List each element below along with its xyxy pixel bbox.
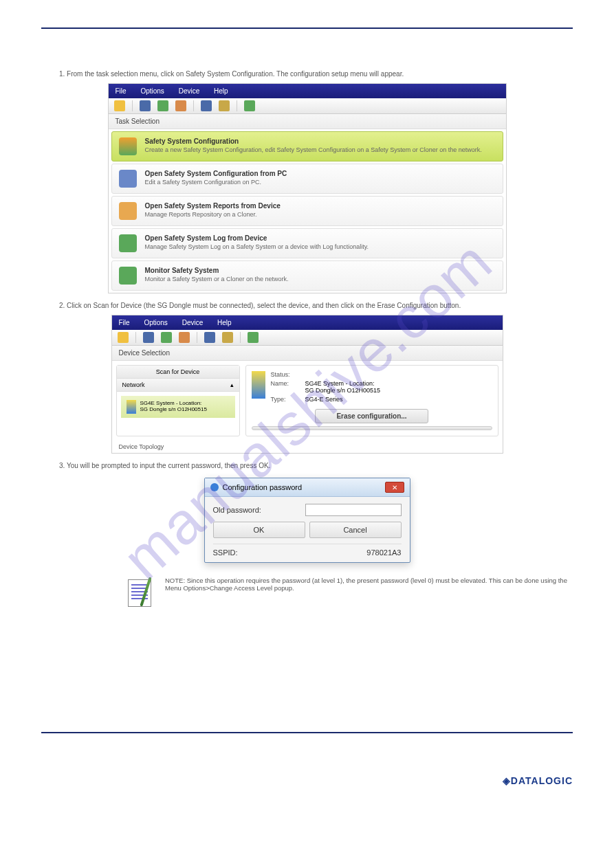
toolbar-icon-3[interactable] — [161, 332, 172, 343]
menu-file[interactable]: File — [116, 87, 127, 95]
toolbar-icon-1[interactable] — [114, 100, 125, 111]
network-header[interactable]: Network ▴ — [117, 379, 239, 392]
menu-options[interactable]: Options — [144, 319, 167, 326]
configuration-password-dialog: Configuration password ✕ Old password: O… — [204, 478, 410, 563]
step-3-text: 3. You will be prompted to input the cur… — [59, 462, 573, 469]
toolbar-icon-7[interactable] — [248, 332, 259, 343]
type-label: Type: — [271, 396, 305, 403]
menu-options[interactable]: Options — [140, 87, 164, 95]
device-list-item[interactable]: SG4E System - Location: SG Dongle s/n O1… — [121, 396, 235, 418]
task-selection-window: File Options Device Help Task Selection … — [108, 83, 507, 293]
erase-configuration-button[interactable]: Erase configuration... — [315, 409, 428, 423]
toolbar-icon-7[interactable] — [244, 100, 255, 111]
device-topology-label: Device Topology — [112, 441, 503, 453]
status-label: Status: — [271, 371, 305, 378]
toolbar-icon-4[interactable] — [179, 332, 190, 343]
toolbar-divider — [237, 100, 237, 111]
scan-column: Scan for Device Network ▴ SG4E System - … — [116, 365, 240, 436]
task-desc: Manage Reports Repository on a Cloner. — [145, 211, 281, 218]
task-title: Open Safety System Reports from Device — [145, 202, 281, 210]
toolbar-icon-5[interactable] — [204, 332, 215, 343]
toolbar-icon-6[interactable] — [222, 332, 233, 343]
old-password-input[interactable] — [305, 504, 402, 516]
toolbar-icon-3[interactable] — [157, 100, 168, 111]
old-password-label: Old password: — [213, 506, 305, 514]
task-desc: Create a new Safety System Configuration… — [145, 146, 482, 153]
task-desc: Edit a Safety System Configuration on PC… — [145, 179, 287, 186]
toolbar-icon-4[interactable] — [175, 100, 186, 111]
toolbar — [109, 98, 506, 114]
name-label: Name: — [271, 380, 305, 394]
name-value: SG4E System - Location:SG Dongle s/n O12… — [305, 380, 381, 394]
task-title: Safety System Configuration — [145, 137, 482, 145]
menu-help[interactable]: Help — [214, 87, 228, 95]
device-glyph-icon — [252, 371, 265, 399]
toolbar-divider — [132, 100, 133, 111]
task-monitor[interactable]: Monitor Safety System Monitor a Safety S… — [111, 260, 503, 291]
network-label: Network — [122, 381, 145, 388]
toolbar-divider — [193, 100, 194, 111]
task-title: Open Safety System Log from Device — [145, 234, 369, 242]
pc-icon — [119, 170, 137, 188]
toolbar-icon-6[interactable] — [219, 100, 230, 111]
device-line2: SG Dongle s/n O12H00515 — [140, 406, 207, 412]
toolbar-icon-2[interactable] — [140, 100, 151, 111]
footer: ◈DATALOGIC — [0, 775, 614, 787]
step-1-text: 1. From the task selection menu, click o… — [59, 70, 573, 78]
toolbar-icon-2[interactable] — [143, 332, 154, 343]
step-2-text: 2. Click on Scan for Device (the SG Dong… — [59, 302, 573, 309]
footer-brand: ◈DATALOGIC — [503, 775, 573, 786]
toolbar-divider — [197, 332, 197, 343]
chevron-up-icon: ▴ — [230, 381, 234, 388]
task-desc: Manage Safety System Log on a Safety Sys… — [145, 243, 369, 250]
note-text: NOTE: Since this operation requires the … — [165, 577, 573, 592]
dialog-titlebar: Configuration password ✕ — [205, 478, 410, 497]
toolbar-icon-1[interactable] — [118, 332, 129, 343]
task-desc: Monitor a Safety System or a Cloner on t… — [145, 276, 289, 282]
device-glyph-icon — [127, 400, 136, 414]
task-open-from-pc[interactable]: Open Safety System Configuration from PC… — [111, 164, 503, 194]
task-open-reports[interactable]: Open Safety System Reports from Device M… — [111, 196, 503, 226]
task-safety-config[interactable]: Safety System Configuration Create a new… — [111, 131, 503, 162]
toolbar-divider — [135, 332, 136, 343]
monitor-icon — [119, 267, 137, 285]
cube-icon — [119, 137, 137, 155]
progress-bar — [252, 426, 492, 430]
footer-rule — [41, 732, 573, 733]
device-area: Scan for Device Network ▴ SG4E System - … — [112, 361, 503, 441]
menu-device[interactable]: Device — [182, 319, 204, 326]
notepad-icon — [124, 577, 155, 608]
toolbar-icon-5[interactable] — [201, 100, 212, 111]
scan-for-device-button[interactable]: Scan for Device — [117, 366, 239, 379]
task-open-log[interactable]: Open Safety System Log from Device Manag… — [111, 228, 503, 258]
menu-device[interactable]: Device — [179, 87, 200, 95]
sspid-label: SSPID: — [213, 548, 238, 557]
task-title: Monitor Safety System — [145, 267, 289, 274]
dialog-title: Configuration password — [223, 483, 303, 491]
toolbar — [112, 330, 503, 346]
menubar: File Options Device Help — [109, 84, 506, 98]
globe-icon — [210, 483, 219, 491]
close-button[interactable]: ✕ — [385, 482, 404, 493]
sspid-value: 978021A3 — [366, 548, 401, 557]
toolbar-divider — [240, 332, 241, 343]
type-value: SG4-E Series — [305, 396, 343, 403]
menu-help[interactable]: Help — [217, 319, 232, 326]
log-icon — [119, 234, 137, 252]
device-line1: SG4E System - Location: — [140, 400, 207, 406]
detail-column: Status: Name: SG4E System - Location:SG … — [245, 365, 498, 436]
ok-button[interactable]: OK — [213, 522, 305, 538]
cancel-button[interactable]: Cancel — [309, 522, 402, 538]
menubar: File Options Device Help — [112, 315, 503, 330]
task-title: Open Safety System Configuration from PC — [145, 170, 287, 177]
task-selection-label: Task Selection — [109, 114, 506, 129]
device-selection-label: Device Selection — [112, 346, 503, 361]
upload-icon — [119, 202, 137, 220]
menu-file[interactable]: File — [119, 319, 130, 326]
header-rule — [41, 27, 573, 29]
note-row: NOTE: Since this operation requires the … — [41, 577, 573, 608]
device-selection-window: File Options Device Help Device Selectio… — [111, 315, 503, 454]
